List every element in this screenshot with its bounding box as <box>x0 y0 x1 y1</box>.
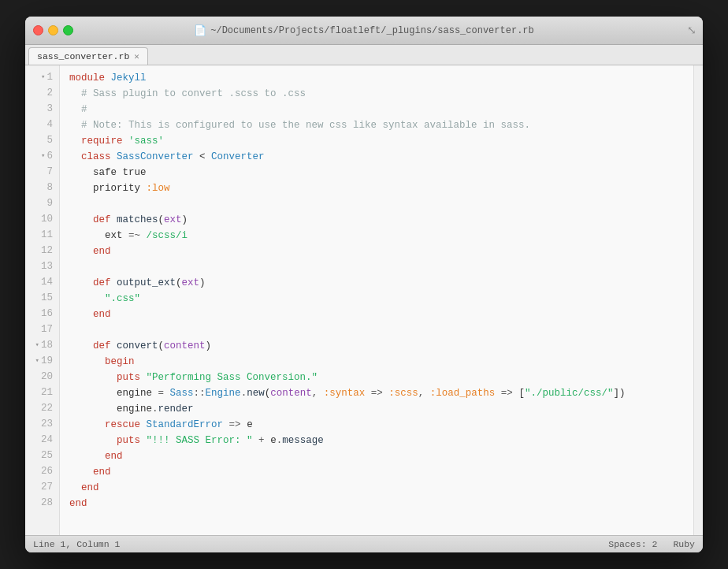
file-tab[interactable]: sass_converter.rb ✕ <box>28 47 148 65</box>
line-num-27: 27 <box>25 480 59 496</box>
line-num-6: ▾6 <box>25 149 59 165</box>
line-num-3: 3 <box>25 102 59 117</box>
code-area[interactable]: module Jekyll # Sass plugin to convert .… <box>60 65 693 535</box>
maximize-button[interactable] <box>63 25 73 35</box>
code-line-27: end <box>69 480 693 496</box>
code-line-25: end <box>69 448 693 464</box>
line-num-19: ▾19 <box>25 354 59 370</box>
editor-window: 📄 ~/Documents/Projects/floatleft/_plugin… <box>25 17 703 552</box>
line-num-12: 12 <box>25 244 59 259</box>
code-line-15: ".css" <box>69 291 693 307</box>
code-line-11: ext =~ /scss/i <box>69 228 693 244</box>
line-num-2: 2 <box>25 86 59 102</box>
tabs-bar: sass_converter.rb ✕ <box>25 45 703 65</box>
traffic-lights <box>33 25 73 35</box>
code-line-3: # <box>69 102 693 117</box>
fold-arrow-18[interactable]: ▾ <box>35 340 39 351</box>
line-num-22: 22 <box>25 401 59 417</box>
line-num-13: 13 <box>25 259 59 275</box>
line-num-11: 11 <box>25 228 59 244</box>
line-num-9: 9 <box>25 196 59 212</box>
line-num-8: 8 <box>25 180 59 196</box>
line-num-21: 21 <box>25 385 59 401</box>
minimize-button[interactable] <box>48 25 58 35</box>
code-line-12: end <box>69 244 693 259</box>
code-line-10: def matches(ext) <box>69 212 693 228</box>
editor-container: ▾1 2 3 4 5 ▾6 7 8 9 10 11 12 13 14 15 16… <box>25 65 703 535</box>
window-title: 📄 ~/Documents/Projects/floatleft/_plugin… <box>194 24 533 37</box>
code-line-6: class SassConverter < Converter <box>69 149 693 165</box>
line-num-1: ▾1 <box>25 70 59 86</box>
code-line-1: module Jekyll <box>69 70 693 86</box>
cursor-position: Line 1, Column 1 <box>33 539 120 549</box>
code-line-19: begin <box>69 354 693 370</box>
scrollbar[interactable] <box>693 65 703 535</box>
code-line-13 <box>69 259 693 275</box>
line-num-16: 16 <box>25 307 59 322</box>
line-num-28: 28 <box>25 496 59 511</box>
titlebar: 📄 ~/Documents/Projects/floatleft/_plugin… <box>25 17 703 45</box>
code-line-18: def convert(content) <box>69 338 693 354</box>
code-line-17 <box>69 322 693 338</box>
line-num-25: 25 <box>25 448 59 464</box>
code-line-9 <box>69 196 693 212</box>
line-num-10: 10 <box>25 212 59 228</box>
close-button[interactable] <box>33 25 43 35</box>
code-line-16: end <box>69 307 693 322</box>
line-num-15: 15 <box>25 291 59 307</box>
tab-label: sass_converter.rb <box>37 51 129 61</box>
fold-arrow-19[interactable]: ▾ <box>35 356 39 367</box>
code-line-21: engine = Sass::Engine.new(content, :synt… <box>69 385 693 401</box>
line-num-23: 23 <box>25 417 59 433</box>
statusbar: Line 1, Column 1 Spaces: 2 Ruby <box>25 535 703 552</box>
code-line-14: def output_ext(ext) <box>69 275 693 291</box>
code-line-23: rescue StandardError => e <box>69 417 693 433</box>
code-line-4: # Note: This is configured to use the ne… <box>69 117 693 133</box>
code-line-20: puts "Performing Sass Conversion." <box>69 370 693 385</box>
line-num-14: 14 <box>25 275 59 291</box>
line-num-7: 7 <box>25 165 59 180</box>
code-line-28: end <box>69 496 693 511</box>
code-line-8: priority :low <box>69 180 693 196</box>
line-num-26: 26 <box>25 464 59 480</box>
code-line-24: puts "!!! SASS Error: " + e.message <box>69 433 693 448</box>
code-line-5: require 'sass' <box>69 133 693 149</box>
indentation-setting: Spaces: 2 <box>608 539 657 549</box>
code-line-26: end <box>69 464 693 480</box>
statusbar-right: Spaces: 2 Ruby <box>608 539 695 549</box>
line-num-4: 4 <box>25 117 59 133</box>
line-num-17: 17 <box>25 322 59 338</box>
tab-close-button[interactable]: ✕ <box>134 51 139 61</box>
line-num-5: 5 <box>25 133 59 149</box>
line-num-24: 24 <box>25 433 59 448</box>
code-line-2: # Sass plugin to convert .scss to .css <box>69 86 693 102</box>
line-numbers: ▾1 2 3 4 5 ▾6 7 8 9 10 11 12 13 14 15 16… <box>25 65 60 535</box>
code-line-7: safe true <box>69 165 693 180</box>
code-line-22: engine.render <box>69 401 693 417</box>
line-num-20: 20 <box>25 370 59 385</box>
fold-arrow-1[interactable]: ▾ <box>41 73 45 84</box>
resize-button[interactable]: ⤡ <box>687 24 696 37</box>
language-mode: Ruby <box>673 539 695 549</box>
fold-arrow-6[interactable]: ▾ <box>41 151 45 162</box>
line-num-18: ▾18 <box>25 338 59 354</box>
